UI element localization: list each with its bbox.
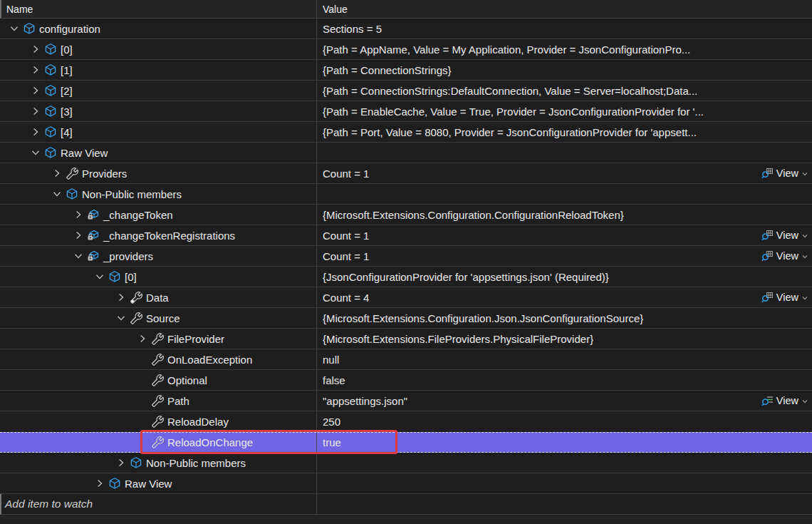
name-cell: Raw View [0,473,317,493]
view-button[interactable]: View [761,168,812,180]
name-cell: Path [0,391,317,411]
watch-row[interactable]: [0] {Path = AppName, Value = My Applicat… [0,39,812,60]
name-cell: [3] [0,101,317,121]
watch-value: Count = 4 [323,292,369,304]
name-cell: Optional [0,370,317,390]
watch-row[interactable]: [3] {Path = EnableCache, Value = True, P… [0,101,812,122]
watch-row[interactable]: FileProvider {Microsoft.Extensions.FileP… [0,329,812,349]
add-item-row[interactable]: Add item to watch [0,494,812,515]
column-header-value: Value [317,0,812,18]
watch-row[interactable]: [4] {Path = Port, Value = 8080, Provider… [0,122,812,143]
watch-row[interactable]: _changeTokenRegistrations Count = 1 View [0,225,812,246]
view-button[interactable]: View [761,230,812,242]
watch-row[interactable]: _providers Count = 1 View [0,246,812,267]
chevron-down-icon [801,398,808,405]
chevron-right-icon[interactable] [51,168,63,179]
private-field-icon [87,229,100,242]
watch-row[interactable]: Source {Microsoft.Extensions.Configurati… [0,308,812,329]
indent-spacer [137,416,148,427]
watch-name: Non-Public members [82,188,182,200]
chevron-right-icon[interactable] [73,230,84,241]
view-button-label: View [776,230,798,241]
chevron-right-icon[interactable] [94,478,105,489]
property-icon [151,415,164,428]
private-field-icon [87,250,100,262]
property-star-icon [130,291,142,304]
watch-row[interactable]: configuration Sections = 5 [0,19,812,39]
property-icon [66,167,78,180]
chevron-right-icon[interactable] [115,292,127,303]
value-cell: Count = 4 View [317,287,812,307]
watch-value: Count = 1 [323,230,369,242]
value-cell: {Path = ConnectionStrings:DefaultConnect… [317,81,812,101]
object-icon [66,187,78,200]
chevron-right-icon[interactable] [115,457,127,468]
indent-spacer [137,395,148,406]
column-header-name-label: Name [6,4,33,15]
chevron-down-icon[interactable] [51,188,63,200]
chevron-down-icon[interactable] [94,271,105,282]
column-header-name: Name [1,0,317,18]
chevron-right-icon[interactable] [137,333,148,344]
watch-value: {Path = ConnectionStrings} [323,64,452,76]
watch-value: {JsonConfigurationProvider for 'appsetti… [323,271,609,283]
chevron-down-icon [801,170,808,178]
chevron-down-icon[interactable] [30,147,41,158]
view-button[interactable]: View [761,395,812,407]
watch-row[interactable]: Data Count = 4 View [0,287,812,308]
object-icon [108,270,121,283]
chevron-right-icon[interactable] [30,106,41,117]
watch-row[interactable]: Raw View [0,473,812,494]
watch-name: [0] [125,271,137,283]
watch-row[interactable]: [1] {Path = ConnectionStrings} [0,60,812,81]
chevron-right-icon[interactable] [73,209,84,220]
watch-row[interactable]: OnLoadException null [0,349,812,370]
watch-value: {Microsoft.Extensions.Configuration.Json… [323,312,643,324]
value-cell: {Path = Port, Value = 8080, Provider = J… [317,122,812,142]
watch-row[interactable]: Non-Public members [0,184,812,205]
watch-name: [0] [61,43,73,56]
view-button-label: View [776,395,798,406]
view-button-label: View [776,292,798,303]
watch-row[interactable]: Optional false [0,370,812,391]
chevron-right-icon[interactable] [30,126,41,138]
add-item-placeholder[interactable]: Add item to watch [1,494,317,514]
value-cell: {Path = AppName, Value = My Application,… [317,39,812,59]
chevron-right-icon[interactable] [30,85,41,96]
name-cell: configuration [0,19,317,38]
watch-row[interactable]: Raw View [0,143,812,163]
value-cell [317,453,812,473]
watch-row[interactable]: _changeToken {Microsoft.Extensions.Confi… [0,205,812,225]
view-button-label: View [776,168,798,179]
watch-value: false [323,374,345,386]
chevron-down-icon[interactable] [9,23,20,34]
watch-row[interactable]: Path "appsettings.json" View [0,391,812,411]
view-button[interactable]: View [761,292,812,304]
value-cell: true [317,433,812,452]
chevron-right-icon[interactable] [30,43,41,55]
watch-row[interactable]: ReloadOnChange true [0,432,812,453]
name-cell: Raw View [0,143,317,163]
watch-value: Sections = 5 [323,23,382,35]
value-cell: {JsonConfigurationProvider for 'appsetti… [317,267,812,287]
watch-name: FileProvider [167,333,224,345]
chevron-down-icon[interactable] [73,250,84,262]
view-grid-icon [761,168,774,180]
watch-row[interactable]: [2] {Path = ConnectionStrings:DefaultCon… [0,81,812,101]
name-cell: _providers [0,246,317,266]
value-cell: {Microsoft.Extensions.Configuration.Json… [317,308,812,328]
view-grid-icon [761,230,774,242]
name-cell: Data [0,287,317,307]
chevron-right-icon[interactable] [30,64,41,76]
view-button[interactable]: View [761,250,812,262]
chevron-down-icon[interactable] [115,312,127,324]
watch-name: configuration [39,23,100,35]
watch-row[interactable]: ReloadDelay 250 [0,411,812,432]
watch-row[interactable]: Non-Public members [0,453,812,473]
watch-row[interactable]: Providers Count = 1 View [0,163,812,184]
watch-name: [3] [61,106,73,118]
chevron-down-icon [801,294,808,302]
watch-row[interactable]: [0] {JsonConfigurationProvider for 'apps… [0,267,812,287]
watch-name: Non-Public members [146,457,246,469]
watch-name: _changeTokenRegistrations [103,230,235,242]
